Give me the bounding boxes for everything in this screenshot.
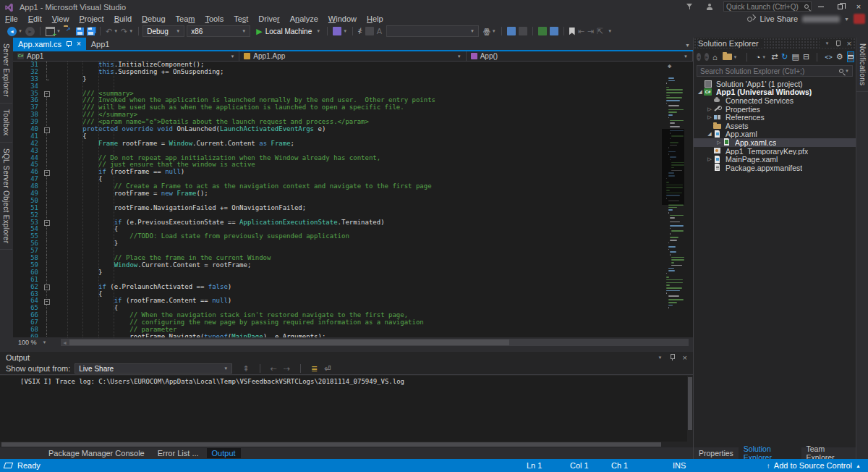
tree-item-references[interactable]: ▷References [694,113,856,122]
menu-item-build[interactable]: Build [109,14,137,24]
next-message-icon[interactable]: ⇢ [284,364,290,374]
collapsed-arrow-icon[interactable]: ▷ [706,156,713,162]
goto-message-icon[interactable]: ⇞ [242,364,249,374]
start-performance-button[interactable] [550,27,558,35]
collapsed-arrow-icon[interactable]: ▷ [706,114,713,120]
tree-item-connected-services[interactable]: Connected Services [694,96,856,105]
fold-collapse-icon[interactable] [42,90,51,98]
scroll-left-icon[interactable]: ◄ [62,340,67,345]
se-forward-button[interactable]: ► [705,53,709,61]
minimap-viewport[interactable] [662,129,684,205]
next-bookmark-button[interactable]: ⇥ [587,27,594,36]
menu-item-debug[interactable]: Debug [137,14,170,24]
new-project-button[interactable]: ▼ [46,27,61,36]
menu-item-help[interactable]: Help [362,14,388,24]
open-file-button[interactable]: ↗ [64,27,73,36]
tree-item-package-appxmanifest[interactable]: Package.appxmanifest [694,164,856,172]
tab-app1[interactable]: App1 [86,38,115,50]
se-back-button[interactable]: ◄ [697,53,701,61]
add-to-source-control-button[interactable]: ↑ Add to Source Control ▲ [767,459,861,472]
close-tab-icon[interactable]: × [77,40,81,48]
save-button[interactable] [76,27,84,35]
panel-tab-properties[interactable]: Properties [694,448,739,458]
quick-launch-input[interactable] [726,3,804,11]
se-properties-button[interactable]: ⚙ [836,52,843,62]
undo-button[interactable]: ↶▼ [106,27,118,36]
fold-collapse-icon[interactable] [42,126,51,133]
editor-zoom-combo[interactable]: 100 %▼ [16,338,56,347]
menu-item-test[interactable]: Test [229,14,253,24]
menu-item-file[interactable]: File [0,14,23,24]
tree-item-mainpage-xaml[interactable]: ▷MainPage.xaml [694,155,856,164]
close-panel-icon[interactable]: × [847,39,851,48]
chevron-down-icon[interactable]: ▼ [457,54,461,59]
send-feedback-icon[interactable] [706,4,713,10]
output-horizontal-scrollbar[interactable] [0,442,687,447]
side-tab-sql-server-object-explorer[interactable]: SQL Server Object Explorer [0,143,12,250]
start-debugging-button[interactable]: ▶Local Machine▼ [253,27,323,36]
window-position-caret-icon[interactable]: ▼ [825,41,830,46]
solution-configuration-combo[interactable]: Debug▼ [142,25,184,37]
fold-collapse-icon[interactable] [42,169,51,176]
breadcrumb-app[interactable]: App()▼ [467,51,693,61]
tree-item-properties[interactable]: ▷Properties [694,105,856,114]
panel-tab-error-list[interactable]: Error List ... [153,448,204,458]
close-panel-icon[interactable]: × [683,353,687,362]
output-vertical-scrollbar[interactable] [687,376,693,442]
save-all-button[interactable] [87,27,95,35]
breadcrumb-app1[interactable]: C#App1▼ [13,51,239,61]
pin-icon[interactable] [66,41,72,47]
se-sync-with-active-document-button[interactable]: ⇄ [771,52,778,62]
prev-message-icon[interactable]: ⇠ [271,364,277,374]
scrollbar-thumb[interactable] [69,340,509,345]
filter-icon[interactable] [686,4,693,9]
chevron-down-icon[interactable]: ▼ [684,54,688,59]
fold-collapse-icon[interactable] [42,219,51,227]
fold-collapse-icon[interactable] [42,284,51,291]
tree-item-solution-app1-1-project[interactable]: Solution 'App1' (1 project) [694,80,856,88]
chevron-down-icon[interactable]: ▼ [230,54,234,59]
prev-bookmark-button[interactable]: ⇤ [578,27,584,36]
tree-item-app-xaml-cs[interactable]: ▷App.xaml.cs [694,138,856,147]
menu-item-analyze[interactable]: Analyze [285,14,323,24]
collapsed-arrow-icon[interactable]: ▷ [706,106,713,112]
se-preview-selected-items-button[interactable] [847,51,854,62]
window-position-caret-icon[interactable]: ▼ [658,355,663,360]
code-viewport[interactable]: 31 this.InitializeComponent();32 this.Su… [13,62,693,337]
tab-app-xaml-cs[interactable]: App.xaml.cs× [13,38,86,50]
menu-item-project[interactable]: Project [74,14,109,24]
panel-tab-package-manager-console[interactable]: Package Manager Console [43,448,150,458]
pin-icon[interactable] [835,41,841,47]
user-avatar[interactable] [854,14,865,24]
se-refresh-button[interactable]: ↻ [781,52,788,62]
se-pending-changes-filter-button[interactable]: ◔▼ [756,53,767,62]
toggle-word-wrap-icon[interactable]: ⏎ [324,364,331,374]
document-well-dropdown-icon[interactable]: ▼ [685,43,690,48]
application-insights-button[interactable]: ҂ [358,27,362,36]
solution-platform-combo[interactable]: x86▼ [187,25,250,37]
se-view-code-button[interactable]: <> [825,54,833,61]
panel-tab-output[interactable]: Output [207,448,241,458]
se-collapse-all-button[interactable]: ⊟ [803,52,809,62]
se-show-all-files-button[interactable]: ▤ [792,52,799,62]
scrollbar-minimap[interactable]: ↔↕ [662,62,684,337]
user-menu-caret-icon[interactable]: ▼ [844,17,849,22]
menu-item-edit[interactable]: Edit [23,14,47,24]
tree-item-app-xaml[interactable]: ◢App.xaml [694,130,856,139]
output-source-combo[interactable]: Live Share▼ [75,363,232,374]
menu-item-window[interactable]: Window [323,14,362,24]
menu-item-team[interactable]: Team [171,14,200,24]
find-combo[interactable]: ▼ [386,25,479,37]
menu-item-driver[interactable]: Driver [253,14,284,24]
bookmark-button[interactable] [569,28,575,35]
navigate-back-button[interactable]: ◄▼ [7,27,22,36]
clear-all-icon[interactable]: ≣ [311,364,318,374]
minimize-button[interactable] [812,0,830,13]
clear-bookmarks-button[interactable]: ⇱ [597,27,603,36]
user-name-redacted[interactable] [802,16,840,22]
collapsed-arrow-icon[interactable]: ▷ [715,140,723,146]
step-over-button[interactable] [519,27,527,35]
tree-item-app1-universal-windows[interactable]: ◢App1 (Universal Windows) [694,88,856,97]
close-button[interactable]: × [849,0,868,13]
live-share-button[interactable]: Live Share [760,14,798,23]
